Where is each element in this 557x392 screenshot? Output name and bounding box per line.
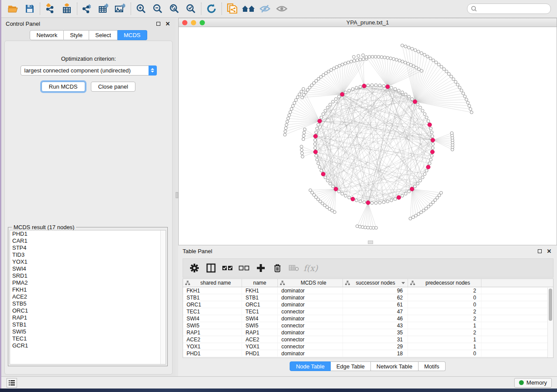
mcds-result-item[interactable]: STB5	[10, 300, 166, 307]
mcds-list-scrollbar[interactable]	[160, 230, 166, 364]
task-history-button[interactable]	[7, 378, 17, 388]
tab-network[interactable]: Network	[30, 30, 64, 40]
export-table-icon[interactable]	[96, 2, 112, 16]
add-row-icon[interactable]	[255, 262, 267, 274]
close-panel-button[interactable]: Close panel	[91, 82, 136, 92]
cell-name[interactable]: SWI5	[242, 322, 278, 329]
cell-MCDS-role[interactable]: dominator	[278, 287, 343, 294]
cell-successor-nodes[interactable]: 96	[343, 287, 408, 294]
cell-successor-nodes[interactable]: 29	[343, 343, 408, 350]
refresh-view-icon[interactable]	[203, 2, 220, 16]
search-field[interactable]	[467, 3, 551, 14]
hide-selected-icon[interactable]	[257, 2, 273, 16]
table-row[interactable]: STB1STB1dominator620	[183, 294, 553, 301]
zoom-selected-icon[interactable]	[183, 2, 199, 16]
mcds-result-item[interactable]: FKH1	[10, 286, 166, 293]
mcds-result-item[interactable]: GCR1	[10, 342, 166, 349]
cell-MCDS-role[interactable]: dominator	[278, 329, 343, 336]
export-image-icon[interactable]	[112, 2, 129, 16]
search-input[interactable]	[479, 6, 547, 12]
save-session-icon[interactable]	[21, 2, 38, 16]
cell-MCDS-role[interactable]: connector	[278, 308, 343, 315]
network-graph[interactable]	[179, 27, 557, 245]
column-header-predecessor-nodes[interactable]: predecessor nodes	[408, 279, 481, 287]
tab-network-table[interactable]: Network Table	[371, 361, 419, 371]
zoom-in-icon[interactable]	[133, 2, 149, 16]
tab-mcds[interactable]: MCDS	[118, 30, 147, 40]
table-row[interactable]: RAP1RAP1dominator352	[183, 329, 553, 336]
cell-shared-name[interactable]: RAP1	[183, 329, 242, 336]
cell-predecessor-nodes[interactable]: 2	[408, 308, 481, 315]
cell-shared-name[interactable]: SWI5	[183, 322, 242, 329]
duplicate-network-icon[interactable]	[224, 2, 240, 16]
float-table-panel-icon[interactable]	[536, 248, 543, 254]
cell-predecessor-nodes[interactable]: 2	[408, 287, 481, 294]
cell-name[interactable]: ACE2	[242, 336, 278, 343]
tab-motifs[interactable]: Motifs	[419, 361, 446, 371]
cell-name[interactable]: TEC1	[242, 308, 278, 315]
deselect-all-rows-icon[interactable]	[238, 262, 250, 274]
cell-successor-nodes[interactable]: 46	[343, 315, 408, 322]
mcds-result-item[interactable]: SWI4	[10, 265, 166, 272]
cell-name[interactable]: PHD1	[242, 350, 278, 357]
close-panel-icon[interactable]: ✕	[164, 20, 171, 27]
table-row[interactable]: YOX1YOX1connector291	[183, 343, 553, 350]
cell-MCDS-role[interactable]: connector	[278, 336, 343, 343]
table-row[interactable]: ACE2ACE2connector311	[183, 336, 553, 343]
select-all-rows-icon[interactable]	[221, 262, 234, 274]
memory-button[interactable]: Memory	[514, 378, 552, 388]
column-header-name[interactable]: name	[242, 279, 278, 287]
close-window-icon[interactable]	[182, 20, 187, 25]
table-row[interactable]: PHD1PHD1dominator180	[183, 350, 553, 357]
first-neighbors-icon[interactable]	[240, 2, 257, 16]
mcds-result-item[interactable]: STB1	[10, 321, 166, 328]
graph-fan-nodes[interactable]	[284, 44, 473, 230]
cell-MCDS-role[interactable]: dominator	[278, 350, 343, 357]
cell-shared-name[interactable]: PHD1	[183, 350, 242, 357]
cell-shared-name[interactable]: ACE2	[183, 336, 242, 343]
cell-predecessor-nodes[interactable]: 2	[408, 315, 481, 322]
cell-predecessor-nodes[interactable]: 1	[408, 336, 481, 343]
cell-shared-name[interactable]: FKH1	[183, 287, 242, 294]
cell-shared-name[interactable]: SWI4	[183, 315, 242, 322]
cell-predecessor-nodes[interactable]: 0	[408, 294, 481, 301]
tab-style[interactable]: Style	[64, 30, 89, 40]
zoom-fit-icon[interactable]	[166, 2, 183, 16]
table-row[interactable]: TEC1TEC1connector472	[183, 308, 553, 315]
criterion-select[interactable]: largest connected component (undirected)	[21, 65, 157, 76]
mcds-result-item[interactable]: RAP1	[10, 314, 166, 321]
mcds-result-item[interactable]: SRD1	[10, 272, 166, 279]
table-options-icon[interactable]	[188, 262, 201, 274]
horizontal-splitter-handle[interactable]	[368, 241, 373, 244]
import-network-icon[interactable]	[42, 2, 59, 16]
cell-name[interactable]: FKH1	[242, 287, 278, 294]
mcds-result-item[interactable]: PHD1	[10, 230, 166, 237]
cell-shared-name[interactable]: STB1	[183, 294, 242, 301]
tab-edge-table[interactable]: Edge Table	[331, 361, 371, 371]
zoom-out-icon[interactable]	[149, 2, 166, 16]
show-all-icon[interactable]	[273, 2, 290, 16]
delete-row-icon[interactable]	[271, 262, 284, 274]
cell-successor-nodes[interactable]: 62	[343, 294, 408, 301]
show-column-icon[interactable]	[205, 262, 217, 274]
table-row[interactable]: ORC1ORC1dominator610	[183, 301, 553, 308]
cell-name[interactable]: ORC1	[242, 301, 278, 308]
cell-predecessor-nodes[interactable]: 0	[408, 301, 481, 308]
cell-successor-nodes[interactable]: 47	[343, 308, 408, 315]
cell-MCDS-role[interactable]: connector	[278, 322, 343, 329]
open-file-icon[interactable]	[5, 2, 21, 16]
column-header-shared-name[interactable]: shared name	[183, 279, 242, 287]
cell-predecessor-nodes[interactable]: 2	[408, 329, 481, 336]
cell-predecessor-nodes[interactable]: 1	[408, 343, 481, 350]
tab-select[interactable]: Select	[89, 30, 118, 40]
mcds-result-item[interactable]: TEC1	[10, 335, 166, 342]
mcds-result-item[interactable]: SWI5	[10, 328, 166, 335]
cell-successor-nodes[interactable]: 43	[343, 322, 408, 329]
cell-successor-nodes[interactable]: 31	[343, 336, 408, 343]
mcds-result-item[interactable]: TID3	[10, 251, 166, 258]
cell-successor-nodes[interactable]: 35	[343, 329, 408, 336]
cell-shared-name[interactable]: YOX1	[183, 343, 242, 350]
cell-name[interactable]: STB1	[242, 294, 278, 301]
mcds-result-item[interactable]: ACE2	[10, 293, 166, 300]
mcds-result-item[interactable]: STP4	[10, 244, 166, 251]
